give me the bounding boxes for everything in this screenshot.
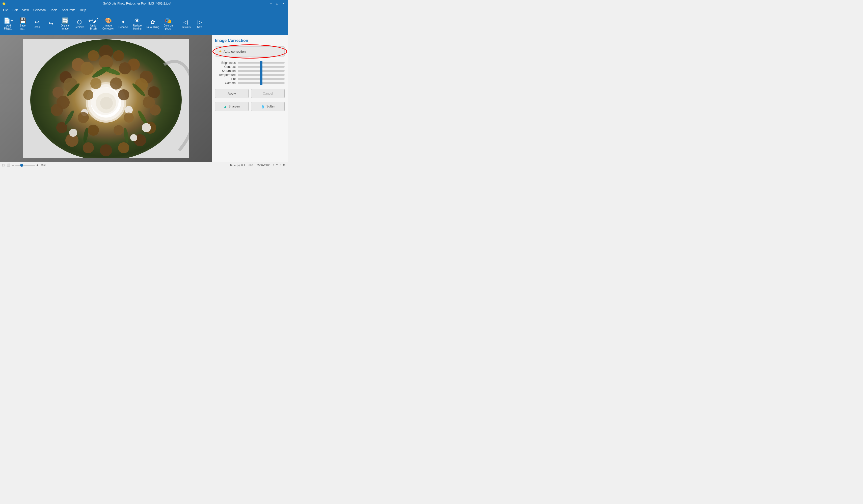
denoise-icon: ✦	[121, 20, 125, 25]
soften-button[interactable]: 💧 Soften	[251, 102, 285, 111]
menu-item-view[interactable]: View	[20, 8, 31, 12]
toolbar-btn-undo[interactable]: ↩ Undo	[30, 15, 43, 34]
undo-icon: ↩	[35, 20, 39, 25]
slider-label-brightness: Brightness	[215, 61, 236, 65]
next-icon: ▷	[198, 20, 202, 25]
slider-thumb-temperature[interactable]	[260, 73, 262, 77]
toolbar-btn-denoise[interactable]: ✦ Denoise	[116, 15, 130, 34]
close-button[interactable]: ✕	[280, 1, 286, 6]
help-icon[interactable]: ?	[276, 163, 278, 167]
panel-title: Image Correction	[215, 38, 285, 43]
image-correction-icon: 🎨	[105, 18, 112, 24]
toolbar-btn-next[interactable]: ▷ Next	[193, 15, 207, 34]
svg-point-20	[80, 62, 93, 75]
slider-thumb-saturation[interactable]	[260, 69, 262, 73]
colorize-photo-label: Colorizephoto	[163, 24, 173, 30]
toolbar-btn-redo[interactable]: ↪	[45, 15, 58, 34]
slider-track-gamma[interactable]	[238, 82, 285, 84]
svg-point-19	[100, 144, 112, 156]
window-title: SoftOrbits Photo Retoucher Pro - IMG_460…	[6, 2, 268, 5]
sharpen-icon: ▲	[224, 104, 227, 109]
toolbar-btn-save-as[interactable]: 💾 Saveas...	[16, 15, 29, 34]
toolbar-btn-image-correction[interactable]: 🎨 ImageCorrection	[101, 15, 115, 34]
maximize-button[interactable]: □	[275, 1, 279, 6]
add-files-label: AddFile(s)...	[4, 24, 13, 30]
toolbar-btn-undo-brush[interactable]: ↩🖌 UndoBrush	[87, 15, 100, 34]
slider-thumb-gamma[interactable]	[260, 81, 262, 85]
image-canvas[interactable]	[0, 35, 212, 162]
slider-track-temperature[interactable]	[238, 74, 285, 76]
zoom-thumb[interactable]	[20, 164, 23, 167]
slider-thumb-contrast[interactable]	[260, 65, 262, 69]
slider-row-gamma: Gamma	[215, 81, 285, 85]
slider-row-brightness: Brightness	[215, 61, 285, 65]
toolbar-btn-retouching[interactable]: ✿ Retouching	[145, 15, 161, 34]
menubar: FileEditViewSelectionToolsSoftOrbitsHelp	[0, 7, 288, 13]
minimize-button[interactable]: ─	[268, 1, 274, 6]
auto-correction-star-icon: ✦	[218, 49, 222, 54]
menu-item-tools[interactable]: Tools	[48, 8, 59, 12]
svg-point-52	[88, 125, 99, 136]
zoom-plus[interactable]: +	[36, 163, 38, 167]
cancel-button[interactable]: Cancel	[251, 89, 285, 98]
app-logo: 🌟	[2, 2, 6, 5]
statusbar: ⬚ ⬜ − + 26% Time (s): 0.1 JPG 3580x2408 …	[0, 162, 288, 168]
menu-item-help[interactable]: Help	[78, 8, 88, 12]
zoom-track[interactable]	[15, 165, 35, 166]
previous-label: Previous	[181, 26, 190, 29]
toolbar-btn-reduce-blurring[interactable]: 👁 Reduceblurring	[131, 15, 144, 34]
slider-track-brightness[interactable]	[238, 62, 285, 64]
action-buttons: Apply Cancel	[215, 89, 285, 98]
toolbar-btn-add-files[interactable]: 📄+ AddFile(s)...	[2, 15, 15, 34]
window-controls: ─ □ ✕	[268, 1, 286, 6]
slider-row-temperature: Temperature	[215, 73, 285, 77]
effect-buttons: ▲ Sharpen 💧 Soften	[215, 102, 285, 111]
main-area: Image Correction ✦ Auto correction Brigh…	[0, 35, 288, 162]
slider-track-tint[interactable]	[238, 78, 285, 80]
slider-label-gamma: Gamma	[215, 81, 236, 85]
svg-point-17	[83, 142, 94, 153]
slider-label-saturation: Saturation	[215, 69, 236, 73]
remove-label: Remove	[74, 26, 84, 29]
svg-point-43	[100, 97, 113, 110]
toolbar-btn-original-image[interactable]: 🔄 OriginalImage	[59, 15, 72, 34]
info-icon[interactable]: ℹ	[273, 163, 275, 167]
slider-track-saturation[interactable]	[238, 70, 285, 72]
auto-correction-button[interactable]: ✦ Auto correction	[215, 47, 285, 56]
slider-thumb-brightness[interactable]	[260, 61, 262, 65]
undo-label: Undo	[34, 26, 40, 29]
undo-brush-icon: ↩🖌	[88, 18, 98, 24]
zoom-control[interactable]: − +	[12, 163, 38, 167]
redo-icon: ↪	[49, 21, 53, 26]
add-files-icon: 📄+	[3, 18, 14, 24]
svg-point-36	[69, 129, 77, 137]
toolbar-btn-remove[interactable]: ⬡ Remove	[73, 15, 86, 34]
status-right: Time (s): 0.1 JPG 3580x2408 ℹ ? ↑ ⚙	[230, 163, 286, 167]
settings-icon[interactable]: ⚙	[283, 163, 286, 167]
menu-item-edit[interactable]: Edit	[10, 8, 20, 12]
image-correction-label: ImageCorrection	[102, 24, 114, 30]
svg-point-49	[118, 89, 129, 100]
menu-item-file[interactable]: File	[1, 8, 10, 12]
apply-button[interactable]: Apply	[215, 89, 249, 98]
toolbar-btn-colorize-photo[interactable]: 🎭 Colorizephoto	[162, 15, 175, 34]
zoom-minus[interactable]: −	[12, 163, 14, 167]
titlebar: 🌟 SoftOrbits Photo Retoucher Pro - IMG_4…	[0, 0, 288, 7]
sharpen-label: Sharpen	[229, 105, 240, 108]
svg-point-46	[90, 78, 101, 89]
reduce-blurring-label: Reduceblurring	[133, 24, 141, 30]
canvas-area	[0, 35, 212, 162]
slider-track-contrast[interactable]	[238, 66, 285, 67]
slider-thumb-tint[interactable]	[260, 77, 262, 81]
status-icons: ℹ ? ↑ ⚙	[273, 163, 286, 167]
menu-item-selection[interactable]: Selection	[31, 8, 48, 12]
toolbar-btn-previous[interactable]: ◁ Previous	[179, 15, 192, 34]
share-icon[interactable]: ↑	[279, 163, 282, 167]
status-selection-icon: ⬚	[2, 163, 4, 167]
dimensions-label: 3580x2408	[257, 164, 270, 167]
sharpen-button[interactable]: ▲ Sharpen	[215, 102, 249, 111]
toolbar: 📄+ AddFile(s)...💾 Saveas...↩ Undo↪ 🔄 Ori…	[0, 13, 288, 35]
menu-item-softorbits[interactable]: SoftOrbits	[60, 8, 77, 12]
previous-icon: ◁	[184, 20, 188, 25]
photo-image	[23, 39, 189, 158]
